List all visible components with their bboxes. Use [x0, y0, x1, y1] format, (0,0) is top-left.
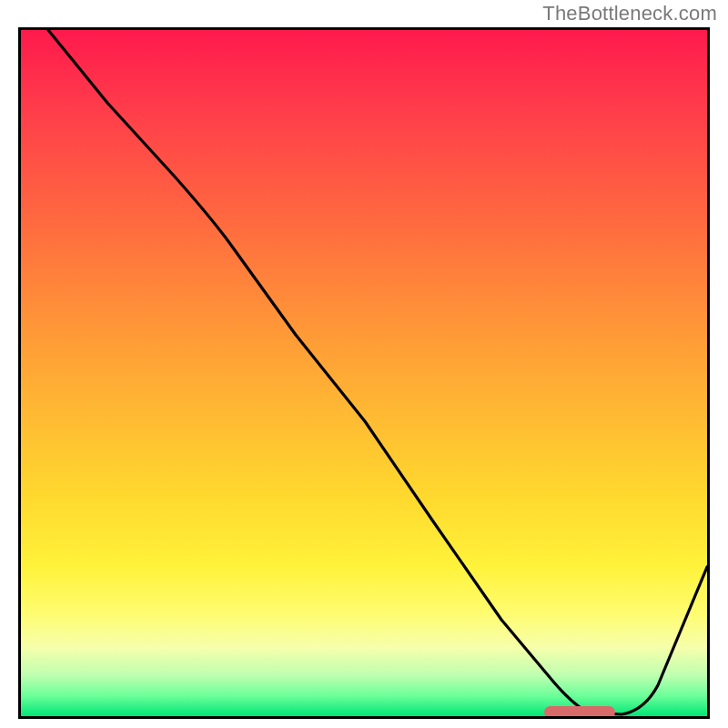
chart-container: TheBottleneck.com	[0, 0, 728, 728]
optimal-range-marker	[544, 706, 615, 718]
curve-path	[48, 30, 707, 714]
bottleneck-curve	[21, 30, 707, 716]
watermark-text: TheBottleneck.com	[542, 2, 717, 25]
plot-area	[18, 27, 710, 719]
